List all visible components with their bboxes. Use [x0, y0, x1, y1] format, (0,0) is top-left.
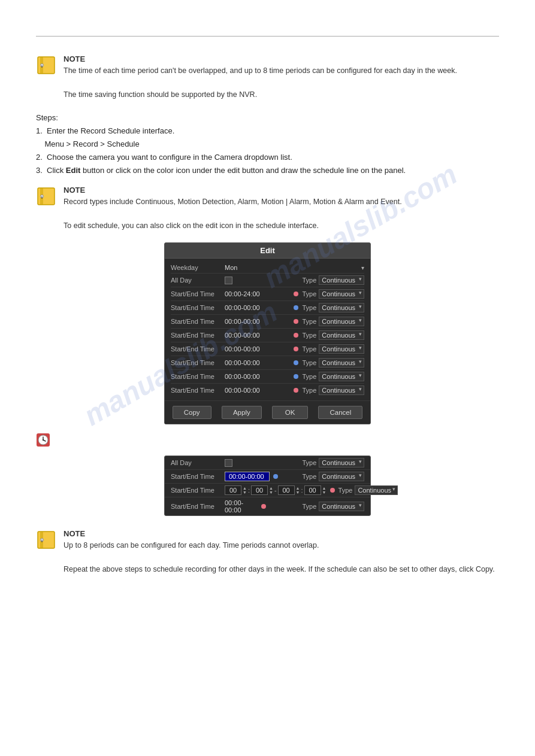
spinner-mm1[interactable]: 00 — [251, 485, 268, 495]
time-row-6-value: 00:00-00:00 — [225, 373, 294, 380]
spinner-hh1[interactable]: 00 — [225, 485, 241, 495]
time-panel-row-1-type-dropdown[interactable]: Continuous — [319, 472, 364, 481]
note-block-1: i NOTE The time of each time period can'… — [36, 54, 499, 101]
spinner-group-1: 00 ▲ ▼ — [225, 485, 247, 495]
time-row-2-dot[interactable] — [294, 319, 298, 324]
spinner-up-3[interactable]: ▲ — [296, 486, 300, 490]
time-panel-allday-checkbox[interactable] — [225, 459, 232, 467]
note-body-2: Record types include Continuous, Motion … — [64, 196, 499, 232]
spinner-arrows-4[interactable]: ▲ ▼ — [322, 486, 327, 494]
time-row-4-type-dropdown[interactable]: Continuous — [319, 344, 364, 354]
time-row-3-type-dropdown[interactable]: Continuous — [319, 330, 364, 340]
time-row-6-label: Start/End Time — [171, 373, 225, 380]
spinner-down-3[interactable]: ▼ — [296, 490, 300, 494]
allday-type-label: Type — [302, 277, 316, 284]
time-row-5-label: Start/End Time — [171, 359, 225, 366]
cancel-button[interactable]: Cancel — [318, 406, 362, 419]
time-row-7-type-dropdown[interactable]: Continuous — [319, 385, 364, 395]
allday-label: All Day — [171, 277, 225, 284]
allday-row: All Day Type Continuous — [171, 274, 364, 287]
time-row-1: Start/End Time 00:00-00:00 Type Continuo… — [171, 301, 364, 315]
time-panel-row-2-type-dropdown[interactable]: Continuous — [355, 485, 398, 495]
time-row-3-value: 00:00-00:00 — [225, 332, 294, 339]
svg-text:i: i — [41, 539, 43, 543]
allday-checkbox[interactable] — [225, 277, 232, 284]
time-panel-row-1-type-label: Type — [302, 473, 316, 480]
spinner-down-1[interactable]: ▼ — [243, 490, 247, 494]
time-panel-row-3-type-dropdown[interactable]: Continuous — [319, 502, 364, 511]
time-panel-row-3: Start/End Time 00:00-00:00 Type Continuo… — [165, 497, 370, 515]
time-row-1-type-dropdown[interactable]: Continuous — [319, 303, 364, 312]
time-input-active[interactable]: 00:00-00:00 — [225, 472, 270, 481]
time-panel-row-1: Start/End Time 00:00-00:00 Type Continuo… — [165, 470, 370, 484]
dialog-footer: Copy Apply OK Cancel — [165, 400, 370, 424]
svg-text:i: i — [41, 64, 43, 68]
time-row-0-type-dropdown[interactable]: Continuous — [319, 289, 364, 299]
clock-icon-block — [36, 433, 499, 447]
time-row-2-value: 00:00-00:00 — [225, 318, 294, 325]
spinner-arrows-3[interactable]: ▲ ▼ — [296, 486, 300, 494]
time-row-0-value: 00:00-24:00 — [225, 290, 294, 297]
weekday-dropdown-icon[interactable]: ▾ — [361, 265, 364, 271]
ok-button[interactable]: OK — [272, 406, 308, 419]
time-panel-row-2-dot[interactable] — [330, 488, 335, 493]
time-panel-row-2-type-label: Type — [338, 487, 353, 494]
time-row-7-dot[interactable] — [294, 388, 298, 393]
note-icon-1: i — [36, 54, 58, 76]
note-label-3: NOTE — [64, 529, 85, 538]
spinner-down-2[interactable]: ▼ — [269, 490, 273, 494]
time-row-4-dot[interactable] — [294, 347, 298, 351]
note-label-1: NOTE — [64, 54, 85, 63]
time-row-1-dot[interactable] — [294, 305, 298, 310]
spinner-up-4[interactable]: ▲ — [322, 486, 327, 490]
time-row-2-label: Start/End Time — [171, 318, 225, 325]
time-row-0-type-label: Type — [302, 290, 316, 297]
note-icon-3: i — [36, 529, 58, 551]
time-panel-row-3-type-label: Type — [303, 503, 317, 510]
copy-button[interactable]: Copy — [173, 406, 211, 419]
time-row-0-dot[interactable] — [294, 292, 298, 296]
note-block-3: i NOTE Up to 8 periods can be configured… — [36, 529, 499, 575]
spinner-hh2[interactable]: 00 — [278, 485, 295, 495]
allday-type-dropdown[interactable]: Continuous — [319, 275, 364, 285]
weekday-value: Mon — [225, 264, 361, 271]
spinner-group-2: 00 ▲ ▼ — [251, 485, 273, 495]
time-row-6-type-dropdown[interactable]: Continuous — [319, 372, 364, 381]
time-row-5-type-label: Type — [302, 359, 316, 366]
edit-dialog: Edit Weekday Mon ▾ All Day Type Continuo… — [164, 242, 371, 424]
time-panel-allday-type-dropdown[interactable]: Continuous — [319, 458, 364, 467]
time-panel-row-1-label: Start/End Time — [171, 473, 225, 480]
spinner-group-4: 00 ▲ ▼ — [304, 485, 327, 495]
dialog-body: Weekday Mon ▾ All Day Type Continuous St… — [165, 259, 370, 400]
time-row-4-type-label: Type — [302, 345, 316, 353]
spinner-down-4[interactable]: ▼ — [322, 490, 327, 494]
time-panel-row-3-dot[interactable] — [261, 504, 266, 509]
bottom-section: i NOTE Up to 8 periods can be configured… — [36, 529, 499, 575]
time-row-3: Start/End Time 00:00-00:00 Type Continuo… — [171, 329, 364, 342]
time-row-2-type-label: Type — [302, 318, 316, 325]
time-row-3-dot[interactable] — [294, 333, 298, 338]
spinner-arrows-1[interactable]: ▲ ▼ — [243, 486, 247, 494]
note-label-2: NOTE — [64, 186, 85, 195]
time-panel-allday-type-label: Type — [302, 459, 316, 466]
spinner-mm2[interactable]: 00 — [304, 485, 321, 495]
spinner-up-1[interactable]: ▲ — [243, 486, 247, 490]
time-row-6-type-label: Type — [302, 373, 316, 380]
time-panel-row-1-dot[interactable] — [273, 474, 278, 479]
time-panel-row-2: Start/End Time 00 ▲ ▼ : 00 ▲ — [165, 484, 370, 497]
note-body-3: Up to 8 periods can be configured for ea… — [64, 539, 499, 575]
time-row-2-type-dropdown[interactable]: Continuous — [319, 317, 364, 326]
time-row-5-dot[interactable] — [294, 360, 298, 365]
time-row-1-label: Start/End Time — [171, 304, 225, 311]
time-row-5-type-dropdown[interactable]: Continuous — [319, 358, 364, 368]
time-row-3-label: Start/End Time — [171, 332, 225, 339]
apply-button[interactable]: Apply — [222, 406, 262, 419]
spinner-group-3: 00 ▲ ▼ — [278, 485, 300, 495]
spinner-up-2[interactable]: ▲ — [269, 486, 273, 490]
time-row-2: Start/End Time 00:00-00:00 Type Continuo… — [171, 315, 364, 329]
time-panel-wrapper: All Day Type Continuous Start/End Time 0… — [36, 456, 499, 516]
time-panel-row-2-label: Start/End Time — [171, 487, 225, 494]
spinner-arrows-2[interactable]: ▲ ▼ — [269, 486, 273, 494]
time-spinners: 00 ▲ ▼ : 00 ▲ ▼ - — [225, 485, 327, 495]
time-row-6-dot[interactable] — [294, 374, 298, 379]
